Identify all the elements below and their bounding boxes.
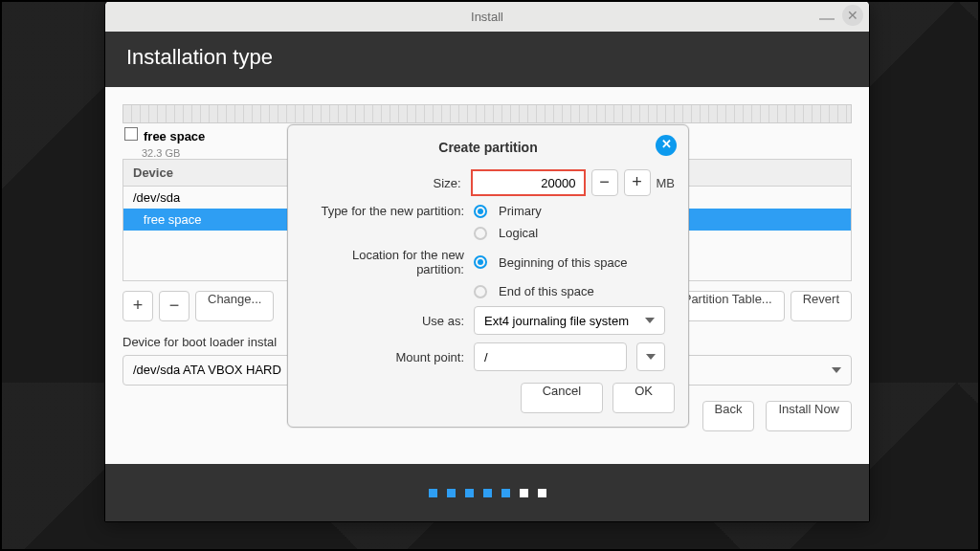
chevron-down-icon (645, 318, 655, 323)
mountpoint-dropdown[interactable] (636, 342, 665, 371)
freespace-checkbox[interactable] (124, 127, 138, 141)
size-label: Size: (301, 176, 471, 190)
useas-label: Use as: (301, 314, 474, 328)
size-unit: MB (657, 176, 676, 190)
location-label: Location for the new partition: (301, 248, 474, 276)
useas-select[interactable]: Ext4 journaling file system (474, 306, 665, 335)
close-icon[interactable]: ✕ (842, 5, 863, 26)
radio-beginning[interactable] (474, 255, 487, 269)
size-input[interactable] (471, 169, 586, 196)
page-title: Installation type (105, 32, 869, 87)
chevron-down-icon (646, 354, 656, 360)
back-button[interactable]: Back (702, 401, 755, 431)
dialog-title: Create partition (438, 140, 537, 155)
step-dot (501, 489, 510, 497)
radio-end[interactable] (474, 285, 487, 298)
radio-logical[interactable] (474, 227, 487, 240)
partition-type-label: Type for the new partition: (301, 204, 474, 218)
size-decrement-button[interactable]: − (591, 169, 618, 196)
step-dot (483, 489, 492, 497)
change-button[interactable]: Change... (195, 291, 274, 321)
step-dot (447, 489, 456, 497)
window-title: Install (471, 10, 503, 24)
remove-partition-button[interactable]: − (159, 291, 189, 321)
step-dot (465, 489, 474, 497)
step-dot (520, 489, 528, 497)
window-titlebar: Install ✕ (105, 1, 869, 32)
revert-button[interactable]: Revert (791, 291, 852, 321)
progress-dots (105, 464, 869, 521)
create-partition-dialog: Create partition ✕ Size: − + MB Type for… (287, 124, 689, 428)
freespace-label: free space (144, 129, 205, 143)
cancel-button[interactable]: Cancel (521, 383, 603, 413)
disk-usage-bar[interactable] (122, 104, 852, 123)
minimize-icon[interactable] (819, 18, 835, 20)
dialog-close-icon[interactable]: ✕ (656, 135, 677, 156)
ok-button[interactable]: OK (612, 383, 675, 413)
step-dot (429, 489, 437, 497)
size-increment-button[interactable]: + (624, 169, 651, 196)
mountpoint-label: Mount point: (301, 350, 474, 364)
install-now-button[interactable]: Install Now (766, 401, 852, 431)
mountpoint-input[interactable]: / (474, 342, 627, 371)
radio-primary[interactable] (474, 205, 487, 218)
add-partition-button[interactable]: + (122, 291, 153, 321)
chevron-down-icon (832, 367, 841, 373)
step-dot (538, 489, 546, 497)
